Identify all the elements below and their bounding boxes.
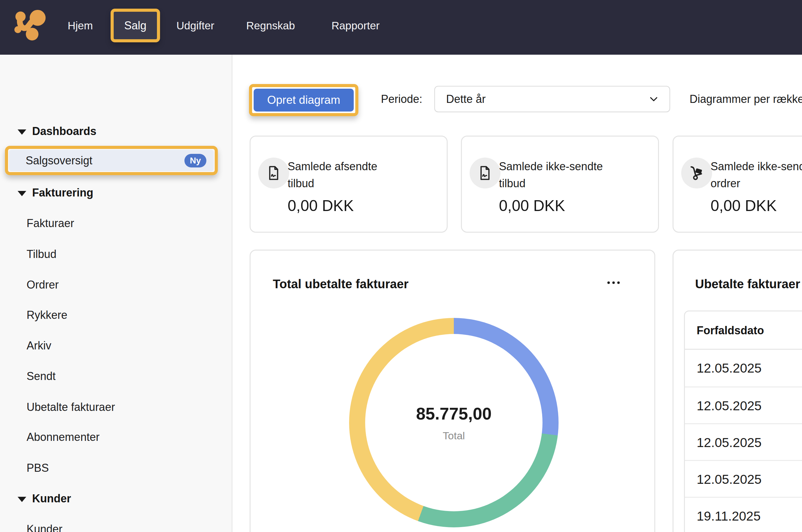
- kpi-card-sent-quotes: Samlede afsendtetilbud 0,00 DKK: [250, 136, 448, 233]
- ellipsis-menu-icon[interactable]: [607, 282, 620, 284]
- sidebar-item-sendt[interactable]: Sendt: [26, 367, 56, 385]
- table-header-forfaldsdato: Forfaldsdato: [685, 311, 802, 350]
- sidebar-item-fakturaer[interactable]: Fakturaer: [26, 214, 74, 233]
- kpi-card-unsent-quotes: Samlede ikke-sendtetilbud 0,00 DKK: [461, 136, 659, 233]
- table-row[interactable]: 12.05.2025: [685, 423, 802, 460]
- kpi-title: Samlede ikke-sendteordrer: [710, 158, 802, 192]
- nav-item-salg[interactable]: Salg: [124, 19, 147, 32]
- sidebar-item-arkiv[interactable]: Arkiv: [26, 337, 51, 355]
- kpi-card-unsent-orders: Samlede ikke-sendteordrer 0,00 DKK: [672, 136, 802, 233]
- nav-item-udgifter[interactable]: Udgifter: [176, 17, 214, 34]
- period-select-value: Dette år: [446, 87, 486, 112]
- table-row[interactable]: 12.05.2025: [685, 460, 802, 497]
- nav-item-rapporter[interactable]: Rapporter: [331, 17, 380, 34]
- annotation-highlight-salg: Salg: [111, 8, 160, 42]
- table-row[interactable]: 12.05.2025: [685, 386, 802, 423]
- sidebar-item-ordrer[interactable]: Ordrer: [26, 276, 59, 294]
- top-navbar: Hjem Salg Udgifter Regnskab Rapporter: [0, 0, 802, 55]
- sidebar: Dashboards Salgsoversigt Ny Fakturering …: [0, 55, 233, 532]
- sidebar-item-kunder[interactable]: Kunder: [26, 520, 62, 532]
- app-logo-icon[interactable]: [12, 7, 53, 48]
- document-signature-icon: [258, 157, 289, 188]
- period-select[interactable]: Dette år: [434, 86, 670, 112]
- chevron-down-icon: [648, 94, 659, 104]
- donut-total-label: Total: [443, 430, 465, 442]
- caret-down-icon: [18, 191, 26, 196]
- new-badge: Ny: [185, 154, 206, 168]
- donut-center: 85.775,00 Total: [365, 334, 542, 511]
- kpi-value: 0,00 DKK: [288, 197, 354, 214]
- caret-down-icon: [18, 497, 26, 502]
- nav-item-regnskab[interactable]: Regnskab: [246, 17, 295, 34]
- period-label: Periode:: [381, 90, 422, 109]
- table-row[interactable]: 19.11.2025: [685, 497, 802, 532]
- panel-title: Ubetalte fakturaer: [695, 277, 800, 291]
- kpi-title: Samlede ikke-sendtetilbud: [499, 158, 603, 192]
- due-dates-table: Forfaldsdato 12.05.2025 12.05.2025 12.05…: [684, 310, 802, 532]
- nav-item-hjem[interactable]: Hjem: [68, 17, 93, 34]
- annotation-highlight-opret-diagram: Opret diagram: [249, 84, 358, 116]
- caret-down-icon: [18, 130, 26, 135]
- sidebar-item-rykkere[interactable]: Rykkere: [26, 306, 68, 324]
- table-row[interactable]: 12.05.2025: [685, 350, 802, 386]
- sidebar-item-abonnementer[interactable]: Abonnementer: [26, 428, 99, 446]
- annotation-highlight-salgsoversigt: Salgsoversigt Ny: [5, 146, 218, 175]
- donut-total-value: 85.775,00: [416, 404, 492, 423]
- sidebar-item-tilbud[interactable]: Tilbud: [26, 245, 57, 264]
- sidebar-item-ubetalte-fakturaer[interactable]: Ubetalte fakturaer: [26, 398, 115, 416]
- create-chart-button[interactable]: Opret diagram: [254, 89, 354, 112]
- unpaid-invoices-chart-card: Total ubetalte fakturaer 85.775,00 Total: [250, 250, 655, 532]
- hand-truck-icon: [681, 157, 712, 188]
- kpi-title: Samlede afsendtetilbud: [288, 158, 377, 192]
- kpi-value: 0,00 DKK: [499, 197, 565, 214]
- chart-title: Total ubetalte fakturaer: [273, 277, 408, 291]
- donut-chart[interactable]: 85.775,00 Total: [349, 318, 558, 527]
- unpaid-invoices-list-card: Ubetalte fakturaer Forfaldsdato 12.05.20…: [672, 250, 802, 532]
- document-signature-icon: [470, 157, 500, 188]
- kpi-value: 0,00 DKK: [710, 197, 777, 214]
- charts-per-row-label: Diagrammer per række: [690, 90, 802, 109]
- sidebar-item-salgsoversigt[interactable]: Salgsoversigt Ny: [9, 150, 214, 171]
- sidebar-item-pbs[interactable]: PBS: [26, 459, 49, 477]
